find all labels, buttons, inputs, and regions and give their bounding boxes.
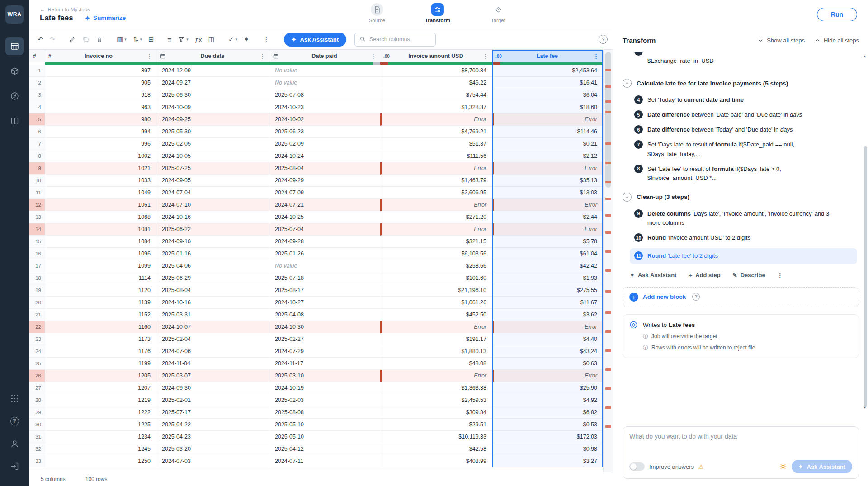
cell-invoice-no[interactable]: 1021 — [45, 162, 156, 175]
block-header[interactable]: Clean-up (3 steps) — [623, 191, 859, 203]
row-number[interactable]: 1 — [29, 65, 45, 77]
cell-late-fee[interactable]: $43.24 — [492, 345, 603, 358]
cell-due-date[interactable]: 2024-09-10 — [156, 236, 269, 248]
columns-button[interactable]: ▥▾ — [113, 33, 130, 46]
row-number[interactable]: 18 — [29, 272, 45, 284]
cell-late-fee[interactable]: $13.03 — [492, 187, 603, 199]
row-number[interactable]: 19 — [29, 284, 45, 297]
transform-step-11[interactable]: 11Round 'Late fee' to 2 digits — [630, 248, 857, 264]
row-number[interactable]: 4 — [29, 101, 45, 113]
cell-invoice-amount[interactable]: $1,328.37 — [380, 101, 492, 113]
transform-step-5[interactable]: 5Date difference between 'Date paid' and… — [634, 110, 857, 119]
cell-invoice-amount[interactable]: $1,880.13 — [380, 345, 492, 358]
enrich-button[interactable]: ✦ — [241, 33, 253, 46]
row-number[interactable]: 14 — [29, 223, 45, 236]
cell-invoice-no[interactable]: 1245 — [45, 443, 156, 455]
row-number[interactable]: 5 — [29, 113, 45, 126]
cell-invoice-amount[interactable]: $101.60 — [380, 272, 492, 284]
cell-late-fee[interactable]: Error — [492, 199, 603, 211]
cell-invoice-amount[interactable]: Error — [380, 223, 492, 236]
formula-button[interactable]: ƒx — [192, 33, 205, 46]
cell-invoice-no[interactable]: 1152 — [45, 309, 156, 321]
cell-date-paid[interactable]: 2025-05-10 — [269, 419, 380, 431]
cell-date-paid[interactable]: 2024-10-27 — [269, 297, 380, 309]
transform-step-6[interactable]: 6Date difference between 'Today' and 'Du… — [634, 125, 857, 134]
cell-date-paid[interactable]: 2025-02-09 — [269, 138, 380, 150]
cell-date-paid[interactable]: 2024-10-24 — [269, 150, 380, 162]
cell-date-paid[interactable]: 2025-08-04 — [269, 162, 380, 175]
cell-invoice-amount[interactable]: $48.08 — [380, 358, 492, 370]
search-input[interactable] — [369, 36, 431, 42]
cell-late-fee[interactable]: $114.46 — [492, 126, 603, 138]
cell-late-fee[interactable]: $3.62 — [492, 309, 603, 321]
sort-button[interactable]: ⇅▾ — [130, 33, 145, 46]
cell-invoice-amount[interactable]: Error — [380, 321, 492, 333]
cell-late-fee[interactable]: Error — [492, 113, 603, 126]
column-header-invoice-no[interactable]: #Invoice no⋮ — [45, 50, 156, 62]
column-menu-icon[interactable]: ⋮ — [482, 53, 489, 60]
cell-date-paid[interactable]: 2025-07-18 — [269, 272, 380, 284]
row-number[interactable]: 27 — [29, 382, 45, 394]
row-number[interactable]: 9 — [29, 162, 45, 175]
cell-due-date[interactable]: 2025-04-06 — [156, 260, 269, 272]
cell-due-date[interactable]: 2025-06-22 — [156, 223, 269, 236]
cell-late-fee[interactable]: Error — [492, 223, 603, 236]
cell-invoice-no[interactable]: 980 — [45, 113, 156, 126]
row-number[interactable]: 26 — [29, 370, 45, 382]
transform-step-8[interactable]: 8Set 'Late fee' to result of formula if(… — [634, 165, 857, 183]
cell-late-fee[interactable]: $35.13 — [492, 175, 603, 187]
cell-late-fee[interactable]: $61.04 — [492, 248, 603, 260]
cell-date-paid[interactable]: 2025-02-27 — [269, 333, 380, 345]
add-step-button[interactable]: + Add step — [688, 271, 720, 279]
cell-date-paid[interactable]: 2024-07-21 — [269, 199, 380, 211]
duplicate-button[interactable] — [79, 33, 93, 46]
chat-ask-assistant-button[interactable]: ✦ Ask Assistant — [792, 460, 852, 473]
block-header[interactable]: Calculate late fee for late invoice paym… — [623, 77, 859, 90]
cell-invoice-no[interactable]: 1139 — [45, 297, 156, 309]
column-menu-icon[interactable]: ⋮ — [259, 53, 266, 60]
ask-assistant-button[interactable]: ✦ Ask Assistant — [284, 33, 346, 47]
cell-date-paid[interactable]: 2025-07-04 — [269, 223, 380, 236]
cell-late-fee[interactable]: $18.60 — [492, 101, 603, 113]
cell-due-date[interactable]: 2024-09-27 — [156, 77, 269, 89]
cell-invoice-amount[interactable]: $271.20 — [380, 211, 492, 223]
cell-invoice-no[interactable]: 1199 — [45, 358, 156, 370]
cell-late-fee[interactable]: $4.40 — [492, 333, 603, 345]
row-number[interactable]: 7 — [29, 138, 45, 150]
row-number[interactable]: 17 — [29, 260, 45, 272]
edit-button[interactable] — [66, 33, 79, 46]
cell-late-fee[interactable]: $0.53 — [492, 419, 603, 431]
cell-invoice-no[interactable]: 1120 — [45, 284, 156, 297]
cell-invoice-amount[interactable]: $1,363.38 — [380, 382, 492, 394]
row-number[interactable]: 20 — [29, 297, 45, 309]
cell-invoice-no[interactable]: 1176 — [45, 345, 156, 358]
sidebar-item-apps[interactable] — [5, 389, 24, 407]
cell-invoice-amount[interactable]: $6,103.56 — [380, 248, 492, 260]
column-header-late-fee[interactable]: .00Late fee⋮ — [492, 50, 603, 62]
cell-date-paid[interactable]: 2025-08-17 — [269, 284, 380, 297]
cell-date-paid[interactable]: 2024-07-09 — [269, 187, 380, 199]
cell-date-paid[interactable]: 2025-06-23 — [269, 126, 380, 138]
row-number[interactable]: 11 — [29, 187, 45, 199]
help-button[interactable]: ? — [599, 35, 608, 44]
row-number[interactable]: 13 — [29, 211, 45, 223]
cell-due-date[interactable]: 2025-07-17 — [156, 406, 269, 419]
cell-invoice-amount[interactable]: $2,459.53 — [380, 394, 492, 406]
cell-invoice-no[interactable]: 918 — [45, 89, 156, 101]
filter-button[interactable]: ▾ — [175, 33, 192, 46]
cell-invoice-no[interactable]: 1002 — [45, 150, 156, 162]
row-number[interactable]: 15 — [29, 236, 45, 248]
cell-invoice-amount[interactable]: $111.56 — [380, 150, 492, 162]
cell-invoice-amount[interactable]: Error — [380, 370, 492, 382]
cell-late-fee[interactable]: $5.78 — [492, 236, 603, 248]
back-link[interactable]: ← Return to My Jobs — [40, 7, 126, 12]
cell-date-paid[interactable]: No value — [269, 260, 380, 272]
cell-invoice-amount[interactable]: $2,606.95 — [380, 187, 492, 199]
cell-invoice-amount[interactable]: $10,119.33 — [380, 431, 492, 443]
cell-due-date[interactable]: 2024-07-04 — [156, 187, 269, 199]
cell-due-date[interactable]: 2024-10-07 — [156, 321, 269, 333]
cell-date-paid[interactable]: 2024-10-02 — [269, 113, 380, 126]
cell-invoice-amount[interactable]: $321.15 — [380, 236, 492, 248]
stepper-source[interactable]: Source — [360, 3, 394, 23]
cell-invoice-no[interactable]: 905 — [45, 77, 156, 89]
